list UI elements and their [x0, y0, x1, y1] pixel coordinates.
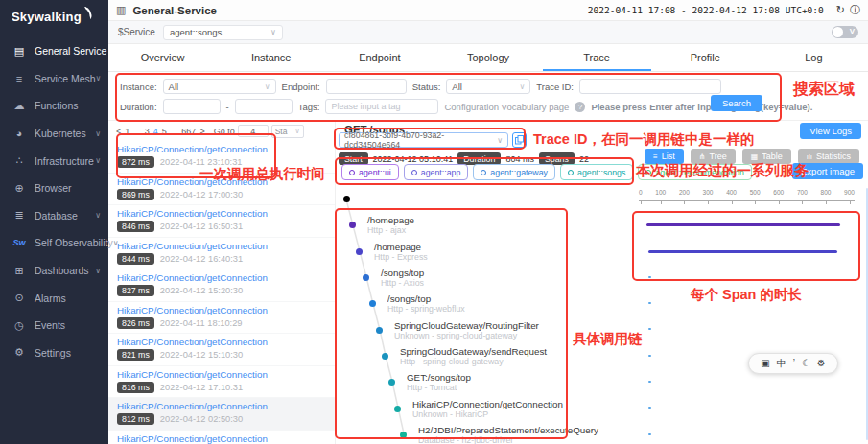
span-row[interactable]: /songs/top Http - Axios	[336, 265, 575, 291]
duration-min-input[interactable]	[169, 102, 215, 111]
page-button[interactable]: 1	[123, 127, 131, 136]
sidebar-item-label: Service Mesh	[35, 73, 96, 84]
span-dot-icon	[376, 327, 383, 334]
page-button[interactable]: ...	[131, 127, 143, 136]
search-button[interactable]: Search	[711, 95, 762, 111]
app-window: Skywalking ▤ General Service ≡ Service M…	[0, 0, 868, 444]
toolbar-icon[interactable]: ’	[793, 359, 795, 368]
span-row[interactable]	[336, 186, 575, 212]
service-chip[interactable]: agent::app	[404, 164, 469, 180]
trace-list-item[interactable]: HikariCP/Connection/getConnection 869 ms…	[108, 174, 335, 206]
config-vocabulary-link[interactable]: Configuration Vocabulary page	[444, 102, 569, 112]
sidebar-item-label: Infrastructure	[35, 155, 95, 167]
span-timeline: 0100200300400500600700800900	[629, 186, 864, 444]
endpoint-input-wrap	[326, 79, 407, 94]
page-button[interactable]: 667	[179, 127, 198, 136]
page-button[interactable]: ...	[169, 127, 180, 136]
toolbar-icon[interactable]: ☾	[802, 359, 810, 368]
span-row[interactable]: GET:/songs/top Http - Tomcat	[336, 369, 575, 395]
trace-list-item[interactable]: HikariCP/Connection/getConnection 844 ms…	[108, 238, 335, 270]
page-button[interactable]: >	[198, 127, 206, 136]
page-button[interactable]: 5	[160, 127, 169, 136]
trace-list-item[interactable]: HikariCP/Connection/getConnection 816 ms…	[108, 366, 335, 399]
trace-id-select[interactable]: cf804861-3bf9-4b70-93a2-dcd34504e664 ∨	[339, 132, 508, 148]
trace-list-item[interactable]: HikariCP/Connection/getConnection 827 ms…	[108, 269, 335, 302]
export-image-button[interactable]: Export image	[792, 163, 863, 179]
sidebar-item[interactable]: ▤ General Service	[0, 37, 108, 65]
sidebar-item[interactable]: ⊞ Dashboards ∨	[0, 257, 108, 285]
duration-max-input[interactable]	[241, 102, 287, 111]
toolbar-icon[interactable]: ⚙	[817, 359, 826, 368]
pagination: <1...345...667> Go to Sta ∨	[108, 121, 335, 141]
trace-list-item[interactable]: HikariCP/Connection/getConnection 872 ms…	[108, 141, 335, 174]
trace-list-item[interactable]: HikariCP/Connection/getConnection 846 ms…	[108, 205, 335, 238]
sidebar-item[interactable]: ◕ Kubernetes ∨	[0, 120, 108, 148]
toolbar-icon[interactable]: 中	[777, 359, 786, 368]
service-chip[interactable]: agent::gateway	[473, 164, 555, 180]
sidebar-item[interactable]: ∴ Infrastructure ∨	[0, 147, 108, 175]
page-button[interactable]: 3	[143, 127, 152, 136]
service-chip[interactable]: agent::songs	[560, 164, 633, 180]
service-chip[interactable]: agent::recommendation	[638, 164, 751, 180]
panel-toggle-icon[interactable]: ▥	[116, 4, 126, 16]
tab[interactable]: Profile	[651, 44, 760, 71]
tab[interactable]: Trace	[543, 44, 651, 71]
span-row[interactable]: /songs/top Http - spring-webflux	[336, 291, 575, 316]
sidebar-item[interactable]: ≣ Database ∨	[0, 202, 108, 230]
trace-list-item[interactable]: HikariCP/Connection/getConnection 821 ms…	[108, 334, 335, 366]
tab[interactable]: Topology	[434, 44, 542, 71]
trace-timestamp: 2022-04-12 15:10:30	[160, 350, 243, 360]
tab[interactable]: Instance	[217, 44, 325, 71]
page-button[interactable]: <	[114, 127, 123, 136]
service-select[interactable]: agent::songs ∨	[163, 25, 283, 40]
skywalking-logo: Skywalking	[0, 0, 108, 32]
sidebar-item[interactable]: ⚙ Settings	[0, 339, 108, 367]
sidebar-item[interactable]: ≡ Service Mesh ∨	[0, 65, 108, 93]
sidebar-item-label: Self Observability	[35, 237, 113, 248]
trace-list-item[interactable]: HikariCP/Connection/getConnection 812 ms…	[108, 431, 335, 444]
goto-page-input[interactable]	[238, 125, 269, 137]
status-select[interactable]: All ∨	[446, 79, 530, 94]
service-chip[interactable]: agent::ui	[341, 164, 399, 180]
view-logs-button[interactable]: View Logs	[800, 123, 861, 139]
view-mode-button[interactable]: ▦ Table	[742, 149, 791, 164]
sidebar-item[interactable]: ◷ Events	[0, 312, 108, 339]
sidebar-item[interactable]: ⊕ Browser	[0, 175, 108, 202]
view-mode-button[interactable]: ≡ List	[645, 149, 684, 164]
sidebar-item-icon: ≣	[12, 209, 27, 222]
view-mode-button[interactable]: ılı Statistics	[798, 149, 859, 164]
trace-list-item[interactable]: HikariCP/Connection/getConnection 812 ms…	[108, 398, 335, 431]
sidebar-item[interactable]: Sw Self Observability ∨	[0, 229, 108, 257]
auto-refresh-toggle[interactable]: V	[832, 26, 858, 38]
endpoint-input[interactable]	[332, 82, 401, 91]
span-row[interactable]: H2/JDBI/PreparedStatement/executeQuery D…	[336, 422, 575, 444]
page-size-select[interactable]: Sta ∨	[271, 125, 304, 138]
span-row[interactable]: SpringCloudGateway/RoutingFilter Unknown…	[336, 316, 575, 342]
tab[interactable]: Overview	[108, 44, 217, 71]
time-range[interactable]: 2022-04-11 17:08 - 2022-04-12 17:08 UTC+…	[588, 5, 824, 15]
sidebar-item[interactable]: ⊙ Alarms	[0, 284, 108, 312]
logo-swoosh-icon	[82, 7, 95, 20]
span-name: /homepage	[374, 242, 428, 252]
tab[interactable]: Endpoint	[325, 44, 434, 71]
page-button[interactable]: 4	[152, 127, 160, 136]
refresh-icon[interactable]: ↻	[836, 4, 845, 16]
tags-input[interactable]	[331, 102, 433, 111]
toolbar-icon[interactable]: ▣	[761, 359, 769, 368]
span-row[interactable]: SpringCloudGateway/sendRequest Http - sp…	[336, 343, 575, 369]
help-icon[interactable]: ?	[575, 102, 585, 112]
span-row[interactable]: HikariCP/Connection/getConnection Unknow…	[336, 395, 575, 421]
info-icon[interactable]: ⓘ	[850, 3, 860, 17]
span-row[interactable]: /homepage Http - ajax	[336, 212, 575, 238]
trace-timestamp: 2022-04-11 18:10:29	[160, 318, 243, 328]
trace-item-meta: 846 ms 2022-04-12 16:50:31	[117, 221, 326, 232]
sidebar-item[interactable]: ☁ Functions	[0, 92, 108, 120]
instance-select[interactable]: All ∨	[163, 79, 276, 94]
tab[interactable]: Log	[760, 44, 868, 71]
trace-list-item[interactable]: HikariCP/Connection/getConnection 826 ms…	[108, 302, 335, 335]
span-layer: Http - ajax	[367, 225, 414, 235]
copy-trace-id-button[interactable]	[512, 132, 527, 148]
view-mode-button[interactable]: ⋔ Tree	[691, 149, 736, 164]
span-row[interactable]: /homepage Http - Express	[336, 239, 575, 265]
trace-id-input[interactable]	[585, 82, 716, 91]
